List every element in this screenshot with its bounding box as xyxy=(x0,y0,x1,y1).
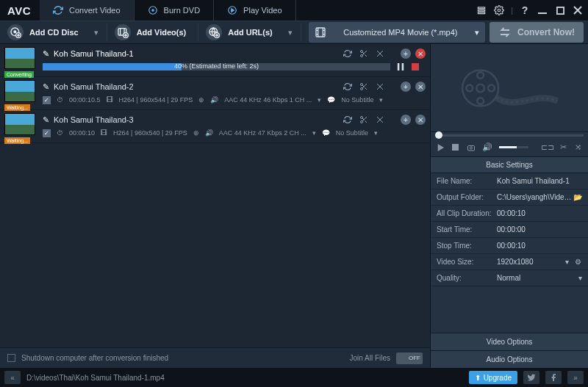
file-row[interactable]: Waiting... ✎ Koh Samui Thailand-2 xyxy=(0,77,430,110)
output-profile-selector[interactable]: Customized MP4 Movie (*.mp4) ▾ xyxy=(309,22,485,43)
progress-bar: 40% (Estimated time left: 2s) xyxy=(43,63,390,70)
convert-now-button[interactable]: Convert Now! xyxy=(490,22,584,43)
remove-button[interactable]: ✕ xyxy=(415,115,426,125)
folder-open-icon[interactable]: 📂 xyxy=(573,193,582,202)
refresh-icon[interactable] xyxy=(343,49,352,58)
shutdown-label: Shutdown computer after conversion finis… xyxy=(21,354,168,362)
remove-button[interactable]: ✕ xyxy=(415,82,426,92)
profile-label: Customized MP4 Movie (*.mp4) xyxy=(332,28,469,37)
subtitle-icon[interactable]: 💬 xyxy=(322,129,330,137)
svg-point-29 xyxy=(477,98,484,104)
add-urls-dropdown[interactable]: ▾ xyxy=(284,23,296,42)
effects-icon[interactable] xyxy=(376,49,384,58)
settings-icon[interactable] xyxy=(493,4,505,16)
start-time-field[interactable]: 00:00:00 xyxy=(497,225,582,234)
chevron-down-icon[interactable]: ▾ xyxy=(318,96,321,104)
audio-options-accordion[interactable]: Audio Options xyxy=(431,350,588,368)
chevron-down-icon[interactable]: ▾ xyxy=(312,129,316,137)
scissors-icon[interactable] xyxy=(359,49,368,58)
progress-text: 40% (Estimated time left: 2s) xyxy=(174,62,259,70)
file-row[interactable]: Waiting... ✎ Koh Samui Thailand-3 xyxy=(0,110,430,143)
volume-slider[interactable] xyxy=(499,146,528,148)
upgrade-button[interactable]: ⬆ Upgrade xyxy=(469,371,517,384)
file-row[interactable]: Converting ✎ Koh Samui Thailand-1 xyxy=(0,44,430,77)
pause-icon[interactable] xyxy=(396,62,405,71)
speaker-icon[interactable]: 🔊 xyxy=(210,96,218,104)
file-title: Koh Samui Thailand-2 xyxy=(54,82,134,91)
audio-spec: AAC 44 KHz 47 Kbps 2 CH ... xyxy=(219,129,306,137)
facebook-icon[interactable] xyxy=(545,371,562,384)
add-segment-button[interactable]: + xyxy=(401,82,411,92)
shuffle-icon[interactable]: ⤨ xyxy=(575,143,582,152)
remove-button[interactable]: ✕ xyxy=(415,48,426,59)
play-icon[interactable] xyxy=(437,143,444,152)
add-segment-button[interactable]: + xyxy=(401,48,411,59)
clock-icon: ⏱ xyxy=(57,129,63,137)
gear-icon[interactable]: ⚙ xyxy=(573,258,582,267)
svg-point-28 xyxy=(477,72,484,79)
scissors-icon[interactable] xyxy=(359,115,368,124)
setting-output-folder: Output Folder: C:\Users\yangh\Videos... … xyxy=(431,189,588,206)
chevron-down-icon[interactable]: ▾ xyxy=(379,96,383,104)
next-button[interactable]: » xyxy=(567,371,584,384)
tab-convert-video[interactable]: Convert Video xyxy=(40,0,135,21)
svg-point-24 xyxy=(361,117,363,119)
scissors-icon[interactable] xyxy=(359,82,368,91)
subtitle-icon[interactable]: 💬 xyxy=(327,96,335,104)
svg-point-30 xyxy=(466,84,473,91)
add-videos-button[interactable]: Add Video(s) xyxy=(112,23,194,42)
stop-icon[interactable] xyxy=(411,62,420,71)
video-options-accordion[interactable]: Video Options xyxy=(431,333,588,350)
convert-now-label: Convert Now! xyxy=(517,27,575,37)
menu-icon[interactable] xyxy=(476,4,487,16)
tab-play-video[interactable]: Play Video xyxy=(214,0,295,21)
checkbox[interactable]: ✓ xyxy=(43,129,51,137)
twitter-icon[interactable] xyxy=(523,371,539,384)
setting-quality: Quality: Normal ▾ xyxy=(431,270,588,286)
add-cd-dropdown[interactable]: ▾ xyxy=(90,23,102,42)
chevron-down-icon[interactable]: ▾ xyxy=(374,129,378,137)
effects-icon[interactable] xyxy=(376,115,384,124)
scissors-icon[interactable]: ✂ xyxy=(559,143,567,152)
edit-icon[interactable]: ✎ xyxy=(43,82,49,92)
refresh-icon[interactable] xyxy=(343,82,352,91)
video-size-select[interactable]: 1920x1080 xyxy=(497,258,561,266)
film-plus-icon xyxy=(115,24,131,40)
chevron-down-icon[interactable]: ▾ xyxy=(565,258,569,266)
edit-icon[interactable]: ✎ xyxy=(43,49,49,59)
close-icon[interactable] xyxy=(572,4,584,16)
chevron-down-icon[interactable]: ▾ xyxy=(578,274,582,282)
add-cd-disc-button[interactable]: Add CD Disc xyxy=(4,23,86,42)
stop-time-field[interactable]: 00:00:10 xyxy=(497,242,582,250)
filename-field[interactable]: Koh Samui Thailand-1 xyxy=(497,177,582,185)
seek-slider[interactable] xyxy=(435,134,584,137)
status-badge: Waiting... xyxy=(4,137,30,144)
svg-rect-32 xyxy=(452,144,459,151)
tab-burn-dvd[interactable]: Burn DVD xyxy=(135,0,215,21)
clock-icon: ⏱ xyxy=(57,96,63,104)
speaker-icon[interactable]: 🔊 xyxy=(205,129,213,137)
volume-icon[interactable]: 🔊 xyxy=(483,143,492,152)
video-spec: H264 | 960x540 | 29 FPS xyxy=(113,129,187,137)
refresh-icon[interactable] xyxy=(343,115,352,124)
output-folder-field[interactable]: C:\Users\yangh\Videos... xyxy=(497,193,573,201)
snapshot-icon[interactable] xyxy=(467,143,476,152)
maximize-icon[interactable] xyxy=(554,4,566,16)
edit-icon[interactable]: ✎ xyxy=(43,115,49,125)
link-icon[interactable]: ⊏⊐ xyxy=(543,143,552,152)
checkbox[interactable]: ✓ xyxy=(43,96,51,104)
minimize-icon[interactable] xyxy=(537,4,548,16)
thumbnail: Waiting... xyxy=(4,80,35,108)
help-icon[interactable]: ? xyxy=(519,4,531,16)
add-urls-button[interactable]: Add URL(s) xyxy=(203,23,280,42)
effects-icon[interactable] xyxy=(376,82,384,91)
shutdown-checkbox[interactable] xyxy=(7,354,15,362)
prev-button[interactable]: « xyxy=(4,371,21,384)
quality-select[interactable]: Normal xyxy=(497,274,578,282)
file-title: Koh Samui Thailand-1 xyxy=(54,49,134,58)
add-segment-button[interactable]: + xyxy=(401,115,411,125)
thumbnail: Converting xyxy=(4,47,35,75)
stop-icon[interactable] xyxy=(451,143,459,152)
svg-rect-16 xyxy=(316,28,325,37)
join-files-toggle[interactable]: OFF xyxy=(396,352,423,364)
